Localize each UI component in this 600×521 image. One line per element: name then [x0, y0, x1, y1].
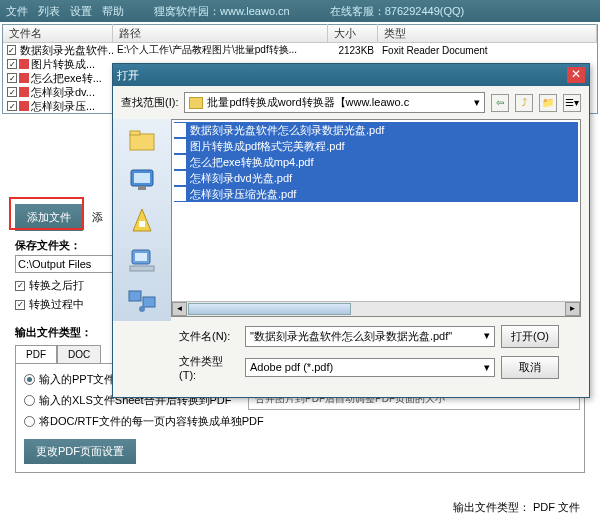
file-name: 数据刻录光盘软件...	[20, 43, 113, 58]
row-checkbox[interactable]: ✓	[7, 87, 17, 97]
tab-doc[interactable]: DOC	[57, 345, 101, 363]
svg-rect-0	[130, 134, 154, 150]
close-icon[interactable]: ✕	[567, 67, 585, 83]
checkbox-during[interactable]: ✓	[15, 300, 25, 310]
cancel-button[interactable]: 取消	[501, 356, 559, 379]
radio-doc-label: 将DOC/RTF文件的每一页内容转换成单独PDF	[39, 414, 264, 429]
pdf-icon	[174, 139, 186, 153]
file-type: Foxit Reader Document	[378, 45, 597, 56]
support-info: 在线客服：876292449(QQ)	[330, 4, 465, 19]
col-path[interactable]: 路径	[113, 24, 328, 43]
col-size[interactable]: 大小	[328, 24, 378, 43]
list-item[interactable]: 数据刻录光盘软件怎么刻录数据光盘.pdf	[174, 122, 578, 138]
recent-icon[interactable]	[126, 125, 158, 155]
save-folder-label: 保存文件夹：	[15, 238, 81, 253]
scroll-right-icon[interactable]: ►	[565, 302, 580, 316]
scroll-left-icon[interactable]: ◄	[172, 302, 187, 316]
network-icon[interactable]	[126, 285, 158, 315]
filename-combo[interactable]: "数据刻录光盘软件怎么刻录数据光盘.pdf"▾	[245, 326, 495, 347]
radio-doc[interactable]	[24, 416, 35, 427]
pdf-icon	[174, 123, 186, 137]
svg-rect-3	[134, 173, 150, 183]
file-size: 2123KB	[328, 45, 378, 56]
footer-status: 输出文件类型： PDF 文件	[453, 500, 580, 515]
svg-rect-6	[139, 221, 145, 227]
pdf-icon	[174, 187, 186, 201]
desktop-icon[interactable]	[126, 165, 158, 195]
file-name: 怎样刻录dv...	[31, 85, 95, 100]
open-dialog: 打开 ✕ 查找范围(I): 批量pdf转换成word转换器【www.leawo.…	[112, 63, 590, 398]
pdf-icon	[19, 87, 29, 97]
scope-label: 查找范围(I):	[121, 95, 178, 110]
file-item-name: 怎样刻录dvd光盘.pdf	[190, 171, 292, 186]
svg-rect-4	[138, 186, 146, 190]
add-file-button[interactable]: 添加文件	[15, 204, 83, 231]
file-path: E:\个人工作\产品教程图片\批量pdf转换...	[113, 43, 328, 57]
menu-help[interactable]: 帮助	[102, 4, 124, 19]
radio-ppt[interactable]	[24, 374, 35, 385]
save-folder-input[interactable]	[15, 255, 115, 273]
filetype-combo[interactable]: Adobe pdf (*.pdf)▾	[245, 358, 495, 377]
row-checkbox[interactable]: ✓	[7, 73, 17, 83]
file-name: 怎样刻录压...	[31, 99, 95, 114]
filename-label: 文件名(N):	[179, 329, 239, 344]
svg-marker-5	[133, 209, 151, 231]
col-type[interactable]: 类型	[378, 24, 597, 43]
computer-icon[interactable]	[126, 245, 158, 275]
output-type-label: 输出文件类型：	[15, 325, 92, 340]
back-icon[interactable]: ⇦	[491, 94, 509, 112]
open-button[interactable]: 打开(O)	[501, 325, 559, 348]
file-name: 怎么把exe转...	[31, 71, 102, 86]
opt-during-label: 转换过程中	[29, 297, 84, 312]
file-list-area[interactable]: 数据刻录光盘软件怎么刻录数据光盘.pdf图片转换成pdf格式完美教程.pdf怎么…	[171, 119, 581, 317]
horizontal-scrollbar[interactable]: ◄ ►	[172, 301, 580, 316]
pdf-icon	[174, 155, 186, 169]
location-text: 批量pdf转换成word转换器【www.leawo.c	[207, 95, 409, 110]
pdf-icon	[19, 73, 29, 83]
svg-rect-10	[129, 291, 141, 301]
add-extra-text: 添	[92, 210, 103, 225]
up-icon[interactable]: ⤴	[515, 94, 533, 112]
list-item[interactable]: 怎么把exe转换成mp4.pdf	[174, 154, 578, 170]
row-checkbox[interactable]: ✓	[7, 59, 17, 69]
table-row[interactable]: ✓数据刻录光盘软件...E:\个人工作\产品教程图片\批量pdf转换...212…	[3, 43, 597, 57]
menu-file[interactable]: 文件	[6, 4, 28, 19]
dialog-title: 打开	[117, 68, 139, 83]
location-combo[interactable]: 批量pdf转换成word转换器【www.leawo.c ▾	[184, 92, 485, 113]
col-name[interactable]: 文件名	[3, 24, 113, 43]
table-header: 文件名 路径 大小 类型	[3, 25, 597, 43]
folder-icon	[189, 97, 203, 109]
brand-info: 狸窝软件园：www.leawo.cn	[154, 4, 290, 19]
filetype-label: 文件类型(T):	[179, 354, 239, 381]
pdf-icon	[174, 171, 186, 185]
file-item-name: 怎样刻录压缩光盘.pdf	[190, 187, 296, 202]
svg-rect-11	[143, 297, 155, 307]
places-bar	[113, 119, 171, 321]
pdf-icon	[19, 59, 29, 69]
menu-settings[interactable]: 设置	[70, 4, 92, 19]
page-settings-button[interactable]: 更改PDF页面设置	[24, 439, 136, 464]
checkbox-after[interactable]: ✓	[15, 281, 25, 291]
view-icon[interactable]: ☰▾	[563, 94, 581, 112]
tab-pdf[interactable]: PDF	[15, 345, 57, 363]
list-item[interactable]: 怎样刻录dvd光盘.pdf	[174, 170, 578, 186]
radio-xls[interactable]	[24, 395, 35, 406]
menu-list[interactable]: 列表	[38, 4, 60, 19]
file-name: 图片转换成...	[31, 57, 95, 72]
row-checkbox[interactable]: ✓	[7, 101, 17, 111]
row-checkbox[interactable]: ✓	[7, 45, 16, 55]
svg-point-12	[139, 306, 145, 312]
file-item-name: 怎么把exe转换成mp4.pdf	[190, 155, 313, 170]
menubar: 文件 列表 设置 帮助 狸窝软件园：www.leawo.cn 在线客服：8762…	[0, 0, 600, 22]
file-item-name: 图片转换成pdf格式完美教程.pdf	[190, 139, 345, 154]
file-item-name: 数据刻录光盘软件怎么刻录数据光盘.pdf	[190, 123, 384, 138]
svg-rect-1	[130, 131, 140, 135]
pdf-icon	[19, 101, 29, 111]
documents-icon[interactable]	[126, 205, 158, 235]
list-item[interactable]: 怎样刻录压缩光盘.pdf	[174, 186, 578, 202]
new-folder-icon[interactable]: 📁	[539, 94, 557, 112]
svg-rect-8	[135, 253, 147, 261]
list-item[interactable]: 图片转换成pdf格式完美教程.pdf	[174, 138, 578, 154]
scroll-thumb[interactable]	[188, 303, 351, 315]
svg-rect-9	[130, 266, 154, 271]
